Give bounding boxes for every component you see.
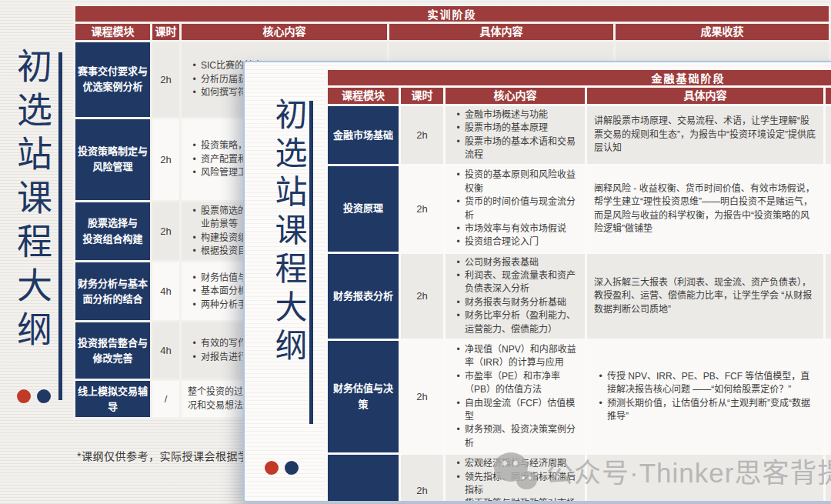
- hours-cell: 2h: [400, 165, 445, 252]
- back-quote-dots: [17, 389, 51, 403]
- core-line: •宏观经济指标与经济周期: [452, 457, 582, 470]
- table-row: 财务估值与决 策2h•净现值（NPV）和内部收益率（IRR）的计算与应用•市盈率…: [327, 340, 831, 454]
- outcome-cell: [825, 105, 831, 165]
- module-cell: 财务分析与基本 面分析的结合: [75, 262, 152, 322]
- stage-title: 金融基础阶段: [327, 69, 831, 87]
- hours-cell: 2h: [400, 252, 445, 339]
- module-cell: 财务估值与决 策: [327, 340, 400, 454]
- front-quote-dots: [265, 461, 299, 475]
- core-line: •投资组合理论入门: [452, 235, 582, 249]
- core-content-cell: •公司财务报表基础•利润表、现金流量表和资产负债表深入分析•财务报表与财务分析基…: [445, 252, 586, 339]
- module-cell: 赛事交付要求与 优选案例分析: [75, 41, 152, 118]
- specific-content-cell: 深入拆解三大报表（利润表、现金流、资产负债表），教授盈利、运营、偿债能力比率，让…: [586, 252, 825, 339]
- core-line: •利润表、现金流量表和资产负债表深入分析: [452, 269, 582, 296]
- module-cell: 投资原理: [327, 165, 400, 252]
- module-cell: 金融市场基础: [327, 105, 400, 165]
- module-cell: 财务报表分析: [327, 252, 400, 339]
- hours-cell: 4h: [152, 322, 181, 380]
- hours-cell: 2h: [400, 454, 445, 502]
- core-content-cell: •宏观经济指标与经济周期•领先指标、同步指标和滞后指标•货币政策与财政政策对市场…: [445, 454, 586, 502]
- core-line: •股票市场的基本原理: [452, 122, 582, 135]
- core-content-cell: •投资的基本原则和风险收益权衡•货币的时间价值与现金流分析•市场效率与有效市场假…: [445, 165, 586, 252]
- column-header: 成果收获: [615, 23, 830, 42]
- core-line: •财务比率分析（盈利能力、运营能力、偿债能力）: [452, 309, 582, 336]
- core-line: •自由现金流（FCF）估值模型: [452, 397, 582, 424]
- core-line: •市盈率（PE）和市净率（PB）的估值方法: [452, 370, 582, 397]
- hours-cell: 2h: [400, 105, 445, 165]
- column-header: 课时: [400, 87, 445, 105]
- core-line: •净现值（NPV）和内部收益率（IRR）的计算与应用: [452, 343, 582, 370]
- quote-dot-red: [265, 461, 279, 475]
- front-vertical-title: 初选站课程大纲: [265, 98, 312, 367]
- table-row: 金融市场基础2h•金融市场概述与功能•股票市场的基本原理•股票市场的基本术语和交…: [327, 105, 831, 165]
- core-line: •预测长期价值，让估值分析从“主观判断”变成“数据推导”: [594, 397, 816, 424]
- core-line: •财务报表与财务分析基础: [452, 296, 582, 309]
- column-header: 课程模块: [75, 23, 152, 42]
- specific-content-cell: 阐释风险 - 收益权衡、货币时间价值、有效市场假说，帮学生建立“理性投资思维”—…: [586, 165, 825, 252]
- core-line: •市场效率与有效市场假说: [452, 222, 582, 235]
- quote-dot-navy: [37, 389, 51, 403]
- column-header: 课时: [152, 23, 181, 42]
- module-cell: 投资报告整合与 修改完善: [75, 322, 152, 380]
- slide-canvas: 初选站课程大纲 实训阶段课程模块课时核心内容具体内容成果收获赛事交付要求与 优选…: [0, 0, 831, 504]
- hours-cell: 2h: [400, 340, 445, 454]
- outcome-cell: [825, 454, 831, 502]
- core-content-cell: •净现值（NPV）和内部收益率（IRR）的计算与应用•市盈率（PE）和市净率（P…: [445, 340, 586, 454]
- stage-title: 实训阶段: [75, 5, 830, 23]
- core-line: •投资的基本原则和风险收益权衡: [452, 169, 582, 195]
- core-line: •货币政策与财政政策对市场的影响: [452, 497, 582, 502]
- core-content-cell: •金融市场概述与功能•股票市场的基本原理•股票市场的基本术语和交易流程: [445, 105, 586, 165]
- hours-cell: 2h: [152, 118, 181, 201]
- outcome-cell: [825, 252, 831, 339]
- front-title-divider: [309, 101, 313, 424]
- core-line: •股票市场的基本术语和交易流程: [452, 135, 582, 162]
- finance-stage-card: 初选站课程大纲 金融基础阶段课程模块课时核心内容具体内容金融市场基础2h•金融市…: [243, 61, 831, 502]
- outcome-cell: [825, 165, 831, 252]
- specific-content-cell: 讲解经济周期、宏观指标、政策对市场的影响。学生可结合此分析：“当前经济环境适合投…: [586, 454, 825, 502]
- core-line: •领先指标、同步指标和滞后指标: [452, 471, 582, 498]
- table-row: 财务报表分析2h•公司财务报表基础•利润表、现金流量表和资产负债表深入分析•财务…: [327, 252, 831, 339]
- column-header: 课程模块: [327, 87, 400, 105]
- core-line: •公司财务报表基础: [452, 256, 582, 269]
- column-header: 具体内容: [389, 23, 615, 42]
- finance-stage-table: 金融基础阶段课程模块课时核心内容具体内容金融市场基础2h•金融市场概述与功能•股…: [325, 68, 831, 502]
- column-header: [825, 87, 831, 105]
- back-title-divider: [58, 52, 62, 400]
- column-header: 核心内容: [181, 23, 389, 42]
- hours-cell: 2h: [152, 41, 181, 118]
- column-header: 核心内容: [445, 87, 586, 105]
- footnote: *课纲仅供参考，实际授课会根据学生: [77, 448, 260, 463]
- outcome-cell: [825, 340, 831, 454]
- hours-cell: 4h: [152, 262, 181, 322]
- back-vertical-title: 初选站课程大纲: [6, 48, 57, 355]
- module-cell: 宏观经济分析: [327, 454, 400, 502]
- specific-content-cell: •传授 NPV、IRR、PE、PB、FCF 等估值模型，直接解决报告核心问题 —…: [586, 340, 825, 454]
- module-cell: 线上模拟交易辅 导: [75, 380, 152, 419]
- module-cell: 投资策略制定与 风险管理: [75, 118, 152, 201]
- hours-cell: /: [152, 380, 181, 419]
- table-row: 投资原理2h•投资的基本原则和风险收益权衡•货币的时间价值与现金流分析•市场效率…: [327, 165, 831, 252]
- module-cell: 股票选择与 投资组合构建: [75, 201, 152, 262]
- quote-dot-red: [17, 389, 31, 403]
- hours-cell: 2h: [152, 201, 181, 262]
- core-line: •财务预测、投资决策案例分析: [452, 423, 582, 450]
- table-row: 宏观经济分析2h•宏观经济指标与经济周期•领先指标、同步指标和滞后指标•货币政策…: [327, 454, 831, 502]
- column-header: 具体内容: [586, 87, 825, 105]
- core-line: •金融市场概述与功能: [452, 108, 582, 122]
- specific-content-cell: 讲解股票市场原理、交易流程、术语，让学生理解“股票交易的规则和生态”，为报告中“…: [586, 105, 825, 165]
- quote-dot-navy: [285, 461, 299, 475]
- core-line: •货币的时间价值与现金流分析: [452, 195, 582, 222]
- core-line: •传授 NPV、IRR、PE、PB、FCF 等估值模型，直接解决报告核心问题 —…: [594, 370, 816, 397]
